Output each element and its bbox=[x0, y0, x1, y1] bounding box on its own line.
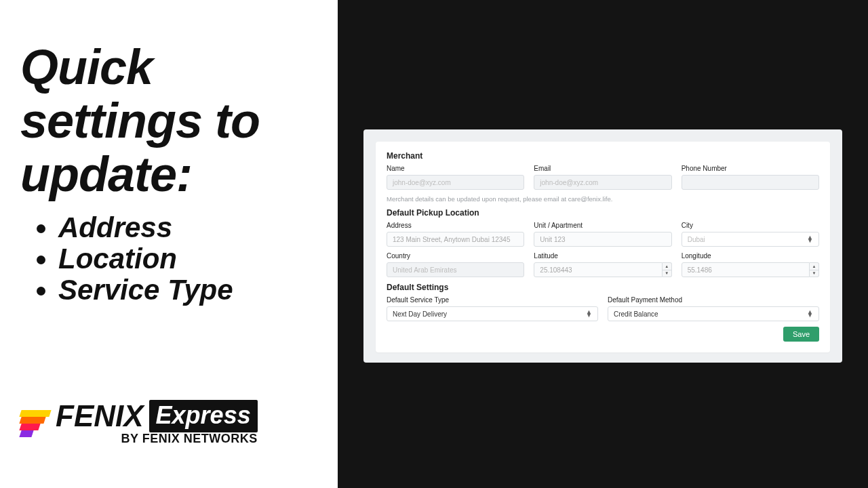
brand-text: FENIX Express BY FENIX NETWORKS bbox=[56, 399, 258, 446]
payment-method-label: Default Payment Method bbox=[608, 296, 819, 304]
city-label: City bbox=[682, 222, 819, 229]
name-label: Name bbox=[387, 165, 524, 172]
chevron-down-icon[interactable]: ▼ bbox=[810, 270, 818, 277]
city-value: Dubai bbox=[688, 236, 705, 243]
email-label: Email bbox=[534, 165, 671, 172]
longitude-label: Longitude bbox=[682, 252, 819, 260]
fenix-logo-icon bbox=[20, 410, 50, 436]
address-input[interactable]: 123 Main Street, Anytown Dubai 12345 bbox=[387, 232, 524, 247]
chevron-up-icon[interactable]: ▲ bbox=[810, 263, 818, 270]
brand-badge: Express bbox=[149, 400, 258, 432]
service-type-label: Default Service Type bbox=[387, 296, 598, 304]
chevron-updown-icon: ▲▼ bbox=[586, 310, 592, 317]
chevron-updown-icon: ▲▼ bbox=[807, 236, 813, 243]
bullet-address: Address bbox=[58, 213, 317, 243]
brand-logo: FENIX Express BY FENIX NETWORKS bbox=[20, 399, 258, 446]
name-input[interactable]: john-doe@xyz.com bbox=[387, 175, 524, 190]
app-preview-pane: Merchant Name john-doe@xyz.com Email joh… bbox=[338, 0, 868, 488]
address-label: Address bbox=[387, 222, 524, 229]
section-defaults-title: Default Settings bbox=[387, 283, 819, 292]
email-input[interactable]: john-doe@xyz.com bbox=[534, 175, 671, 190]
latitude-label: Latitude bbox=[534, 252, 671, 260]
bullet-service-type: Service Type bbox=[58, 275, 317, 305]
phone-label: Phone Number bbox=[682, 165, 819, 172]
merchant-helper-text: Merchant details can be updated upon req… bbox=[387, 195, 819, 203]
section-pickup-title: Default Pickup Location bbox=[387, 208, 819, 218]
chevron-down-icon[interactable]: ▼ bbox=[663, 270, 671, 277]
unit-label: Unit / Apartment bbox=[534, 222, 671, 229]
headline: Quick settings to update: bbox=[20, 41, 317, 202]
payment-method-select[interactable]: Credit Balance ▲▼ bbox=[608, 306, 819, 321]
latitude-input[interactable]: 25.108443 bbox=[534, 262, 662, 277]
latitude-stepper[interactable]: ▲ ▼ bbox=[663, 262, 672, 277]
longitude-stepper[interactable]: ▲ ▼ bbox=[810, 262, 819, 277]
brand-subline: BY FENIX NETWORKS bbox=[56, 432, 258, 446]
chevron-up-icon[interactable]: ▲ bbox=[663, 263, 671, 270]
service-type-select[interactable]: Next Day Delivery ▲▼ bbox=[387, 306, 598, 321]
bullet-location: Location bbox=[58, 244, 317, 274]
save-button[interactable]: Save bbox=[783, 327, 819, 342]
app-surface: Merchant Name john-doe@xyz.com Email joh… bbox=[363, 129, 842, 363]
phone-input[interactable] bbox=[682, 175, 819, 190]
chevron-updown-icon: ▲▼ bbox=[807, 310, 813, 317]
left-info-pane: Quick settings to update: Address Locati… bbox=[0, 0, 338, 488]
city-select[interactable]: Dubai ▲▼ bbox=[682, 232, 819, 247]
payment-method-value: Credit Balance bbox=[614, 310, 658, 318]
section-merchant-title: Merchant bbox=[387, 151, 819, 161]
settings-card: Merchant Name john-doe@xyz.com Email joh… bbox=[376, 142, 830, 352]
bullet-list: Address Location Service Type bbox=[20, 213, 317, 305]
longitude-input[interactable]: 55.1486 bbox=[682, 262, 810, 277]
service-type-value: Next Day Delivery bbox=[393, 310, 447, 318]
country-input[interactable]: United Arab Emirates bbox=[387, 262, 524, 277]
country-label: Country bbox=[387, 252, 524, 260]
brand-main: FENIX bbox=[56, 399, 144, 433]
unit-input[interactable]: Unit 123 bbox=[534, 232, 671, 247]
